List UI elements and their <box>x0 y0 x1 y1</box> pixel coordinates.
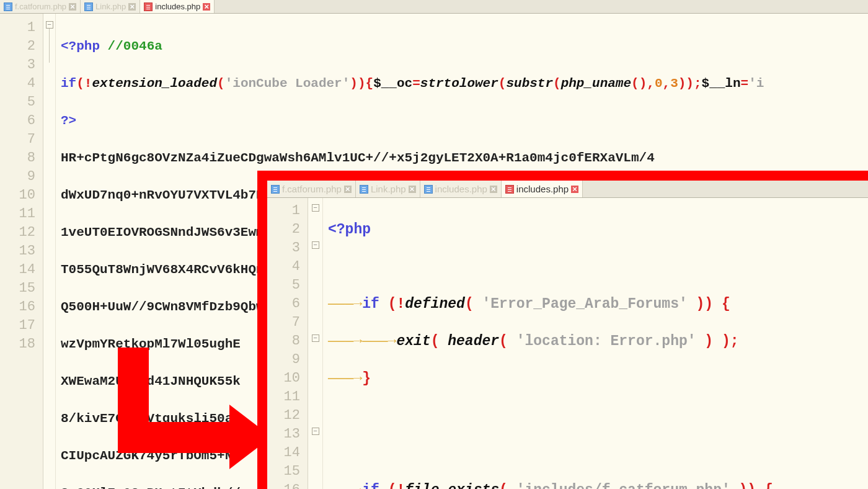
line-number: 1 <box>270 202 300 220</box>
file-unsaved-icon <box>144 2 153 11</box>
line-number: 12 <box>270 406 300 425</box>
line-number: 3 <box>270 239 300 258</box>
fold-toggle[interactable]: − <box>46 21 53 29</box>
tab-label: includes.php <box>435 184 487 194</box>
code-line: ———→———→exit( header( 'location: Error.p… <box>328 332 864 351</box>
fold-gutter: − − − − <box>308 198 323 489</box>
code-area[interactable]: <?php ———→if (!defined( 'Error_Page_Arab… <box>323 198 868 489</box>
code-line: ———→if (!defined( 'Error_Page_Arab_Forum… <box>328 295 864 313</box>
tab-catforum[interactable]: f.catforum.php × <box>267 181 356 197</box>
tab-includes-saved[interactable]: includes.php × <box>420 181 502 197</box>
line-number: 11 <box>2 205 35 223</box>
file-icon <box>4 2 12 11</box>
line-number: 7 <box>270 313 300 332</box>
line-number: 9 <box>270 351 300 369</box>
code-line: if(!extension_loaded('ionCube Loader')){… <box>61 74 863 93</box>
fold-toggle[interactable]: − <box>312 204 319 212</box>
line-number: 6 <box>270 295 300 313</box>
close-icon[interactable]: × <box>571 186 578 193</box>
line-number: 13 <box>2 242 35 261</box>
file-icon <box>84 2 93 11</box>
tab-link[interactable]: Link.php × <box>81 0 140 13</box>
outer-tab-bar: f.catforum.php × Link.php × includes.php… <box>0 0 868 14</box>
line-number: 15 <box>270 462 300 481</box>
tab-label: Link.php <box>371 184 406 194</box>
close-icon[interactable]: × <box>344 186 352 193</box>
line-number: 4 <box>270 258 300 276</box>
inner-editor: 1 2 3 4 5 6 7 8 9 10 11 12 13 14 15 16 −… <box>267 198 868 489</box>
tab-label: includes.php <box>516 184 569 194</box>
code-line: ———→} <box>328 369 864 388</box>
line-number: 14 <box>2 261 35 279</box>
close-icon[interactable]: × <box>409 186 416 193</box>
inner-tab-bar: f.catforum.php × Link.php × includes.php… <box>267 181 868 198</box>
fold-gutter: − <box>43 14 56 489</box>
code-line: ———→if (!file_exists( 'includes/f.catfor… <box>328 481 864 489</box>
fold-line <box>49 29 50 63</box>
tab-includes[interactable]: includes.php × <box>140 0 215 13</box>
code-line <box>328 406 864 425</box>
code-line: HR+cPtgN6gc8OVzNZa4iZueCDgwaWsh6AMlv1UC+… <box>61 149 863 168</box>
line-number: 3 <box>2 56 35 74</box>
file-unsaved-icon <box>505 185 514 194</box>
line-number: 5 <box>270 276 300 295</box>
fold-toggle[interactable]: − <box>312 241 319 249</box>
line-number: 7 <box>2 130 35 149</box>
tab-includes-unsaved[interactable]: includes.php × <box>502 181 583 197</box>
close-icon[interactable]: × <box>69 3 76 11</box>
line-number: 18 <box>2 335 35 354</box>
tab-label: includes.php <box>155 2 200 11</box>
close-icon[interactable]: × <box>203 3 210 11</box>
code-line: <?php //0046a <box>61 37 863 56</box>
line-number: 2 <box>270 220 300 239</box>
tab-label: Link.php <box>95 2 126 11</box>
line-number-gutter: 1 2 3 4 5 6 7 8 9 10 11 12 13 14 15 16 1… <box>0 14 43 489</box>
line-number: 2 <box>2 37 35 56</box>
close-icon[interactable]: × <box>490 186 497 193</box>
line-number: 1 <box>2 19 35 37</box>
code-line <box>328 444 864 462</box>
line-number: 13 <box>270 425 300 444</box>
line-number: 17 <box>2 316 35 335</box>
line-number: 15 <box>2 279 35 298</box>
line-number: 10 <box>2 186 35 205</box>
inner-editor-panel: f.catforum.php × Link.php × includes.php… <box>257 171 868 489</box>
fold-toggle[interactable]: − <box>312 428 319 435</box>
line-number: 14 <box>270 444 300 462</box>
file-icon <box>360 185 368 194</box>
line-number: 11 <box>270 388 300 406</box>
close-icon[interactable]: × <box>128 3 136 11</box>
line-number: 8 <box>270 332 300 351</box>
line-number: 16 <box>270 481 300 489</box>
line-number: 9 <box>2 168 35 186</box>
line-number: 5 <box>2 93 35 112</box>
file-icon <box>271 185 280 194</box>
code-line: <?php <box>328 220 864 239</box>
tab-label: f.catforum.php <box>15 2 66 11</box>
line-number: 4 <box>2 74 35 93</box>
line-number: 6 <box>2 112 35 130</box>
code-line: ?> <box>61 112 863 130</box>
tab-catforum[interactable]: f.catforum.php × <box>0 0 81 13</box>
tab-label: f.catforum.php <box>282 184 342 194</box>
line-number: 10 <box>270 369 300 388</box>
code-line <box>328 258 864 276</box>
line-number: 12 <box>2 223 35 242</box>
fold-toggle[interactable]: − <box>312 334 319 342</box>
line-number: 16 <box>2 298 35 316</box>
tab-link[interactable]: Link.php × <box>356 181 420 197</box>
line-number: 8 <box>2 149 35 168</box>
file-icon <box>424 185 433 194</box>
line-number-gutter: 1 2 3 4 5 6 7 8 9 10 11 12 13 14 15 16 <box>267 198 308 489</box>
